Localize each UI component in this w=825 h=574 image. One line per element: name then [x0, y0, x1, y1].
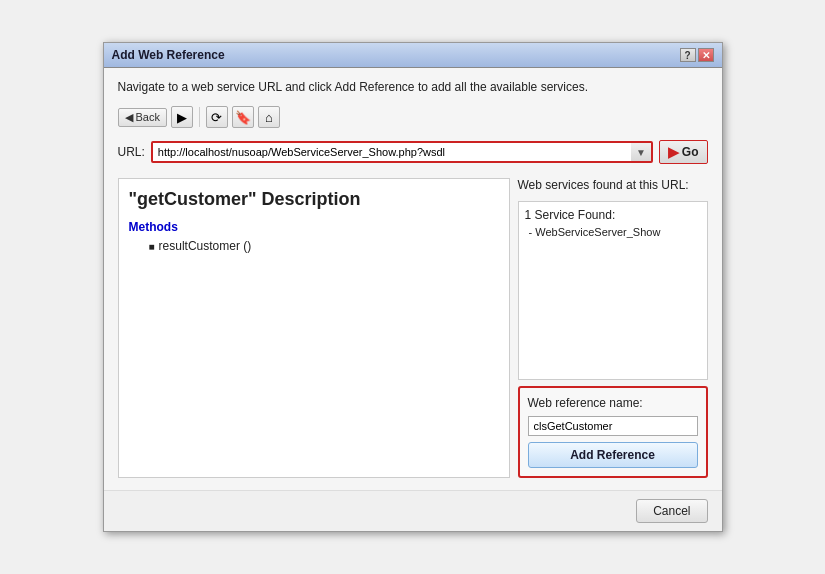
web-reference-box: Web reference name: Add Reference — [518, 386, 708, 478]
service-count: 1 Service Found: — [525, 208, 701, 222]
go-icon: ▶ — [668, 144, 679, 160]
url-input-wrapper: ▼ — [151, 141, 653, 163]
method-name: resultCustomer () — [159, 239, 252, 253]
instruction-text: Navigate to a web service URL and click … — [118, 80, 708, 94]
services-list: 1 Service Found: - WebServiceServer_Show — [518, 201, 708, 380]
service-item: - WebServiceServer_Show — [529, 226, 701, 238]
cancel-button[interactable]: Cancel — [636, 499, 707, 523]
forward-icon: ▶ — [177, 110, 187, 125]
go-label: Go — [682, 145, 699, 159]
description-title: "getCustomer" Description — [129, 189, 499, 210]
home-icon: ⌂ — [265, 110, 273, 125]
url-row: URL: ▼ ▶ Go — [118, 140, 708, 164]
toolbar: ◀ Back ▶ ⟳ 🔖 ⌂ — [118, 106, 708, 128]
main-area: "getCustomer" Description Methods ■ resu… — [118, 178, 708, 478]
add-web-reference-dialog: Add Web Reference ? ✕ Navigate to a web … — [103, 42, 723, 532]
dialog-title: Add Web Reference — [112, 48, 225, 62]
add-reference-button[interactable]: Add Reference — [528, 442, 698, 468]
close-button[interactable]: ✕ — [698, 48, 714, 62]
web-ref-name-input[interactable] — [528, 416, 698, 436]
back-icon: ◀ — [125, 111, 133, 124]
go-button[interactable]: ▶ Go — [659, 140, 708, 164]
bookmark-icon: 🔖 — [235, 110, 251, 125]
url-label: URL: — [118, 145, 145, 159]
url-dropdown-button[interactable]: ▼ — [631, 143, 651, 161]
back-button[interactable]: ◀ Back — [118, 108, 167, 127]
url-input[interactable] — [153, 143, 631, 161]
forward-button[interactable]: ▶ — [171, 106, 193, 128]
back-label: Back — [136, 111, 160, 123]
method-item: ■ resultCustomer () — [149, 239, 499, 253]
services-label: Web services found at this URL: — [518, 178, 708, 192]
dialog-content: Navigate to a web service URL and click … — [104, 68, 722, 490]
refresh-button[interactable]: ⟳ — [206, 106, 228, 128]
help-button[interactable]: ? — [680, 48, 696, 62]
refresh-icon: ⟳ — [211, 110, 222, 125]
methods-label: Methods — [129, 220, 499, 234]
bullet-icon: ■ — [149, 241, 155, 252]
bookmark-button[interactable]: 🔖 — [232, 106, 254, 128]
title-bar-controls: ? ✕ — [680, 48, 714, 62]
home-button[interactable]: ⌂ — [258, 106, 280, 128]
right-panel: Web services found at this URL: 1 Servic… — [518, 178, 708, 478]
toolbar-separator — [199, 107, 200, 127]
web-ref-label: Web reference name: — [528, 396, 698, 410]
left-panel: "getCustomer" Description Methods ■ resu… — [118, 178, 510, 478]
title-bar: Add Web Reference ? ✕ — [104, 43, 722, 68]
dialog-footer: Cancel — [104, 490, 722, 531]
